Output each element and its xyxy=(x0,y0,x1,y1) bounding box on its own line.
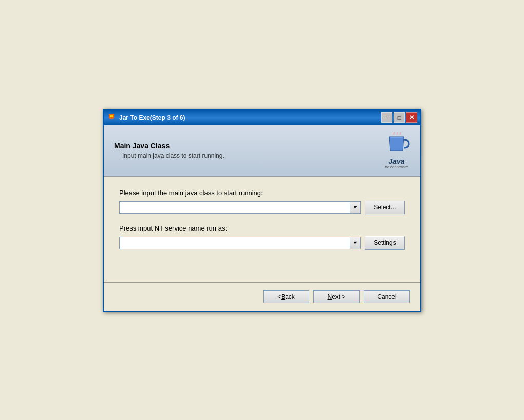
java-logo-area: Java for Windows™ xyxy=(383,132,410,169)
java-titlebar-icon xyxy=(107,113,116,122)
window-controls: ─ □ ✕ xyxy=(381,112,417,123)
nt-service-group: Press input NT service name run as: ▼ Se… xyxy=(119,224,405,250)
java-text-label: Java xyxy=(388,157,404,165)
java-class-dropdown-arrow[interactable]: ▼ xyxy=(350,202,360,213)
settings-button[interactable]: Settings xyxy=(365,236,405,250)
nt-service-dropdown-arrow[interactable]: ▼ xyxy=(350,237,360,249)
footer: < Back Next > Cancel xyxy=(104,283,420,311)
header-panel: Main Java Class Input main java class to… xyxy=(104,125,420,177)
back-button[interactable]: < Back xyxy=(263,290,309,303)
nt-service-input[interactable] xyxy=(120,237,350,249)
titlebar: Jar To Exe(Step 3 of 6) ─ □ ✕ xyxy=(104,110,420,125)
select-button[interactable]: Select... xyxy=(365,201,405,214)
minimize-button[interactable]: ─ xyxy=(381,112,392,123)
nt-service-input-row: ▼ Settings xyxy=(119,236,405,250)
java-class-input[interactable] xyxy=(120,202,350,213)
java-sub-label: for Windows™ xyxy=(385,165,408,169)
nt-service-combo[interactable]: ▼ xyxy=(119,237,361,249)
java-class-input-row: ▼ Select... xyxy=(119,201,405,214)
svg-rect-1 xyxy=(110,115,113,117)
header-text-area: Main Java Class Input main java class to… xyxy=(114,142,383,159)
next-button[interactable]: Next > xyxy=(313,290,360,303)
main-window: Jar To Exe(Step 3 of 6) ─ □ ✕ Main Java … xyxy=(103,109,421,312)
java-class-group: Please input the main java class to star… xyxy=(119,189,405,214)
cancel-button[interactable]: Cancel xyxy=(364,290,410,303)
maximize-button[interactable]: □ xyxy=(394,112,405,123)
close-button[interactable]: ✕ xyxy=(406,112,417,123)
java-class-label: Please input the main java class to star… xyxy=(119,189,405,197)
content-area: Please input the main java class to star… xyxy=(104,177,420,272)
window-title: Jar To Exe(Step 3 of 6) xyxy=(119,114,381,121)
nt-service-label: Press input NT service name run as: xyxy=(119,224,405,232)
java-cup-icon xyxy=(383,132,410,157)
header-subtitle: Input main java class to start running. xyxy=(114,152,383,159)
header-title: Main Java Class xyxy=(114,142,383,150)
java-class-combo[interactable]: ▼ xyxy=(119,201,361,214)
